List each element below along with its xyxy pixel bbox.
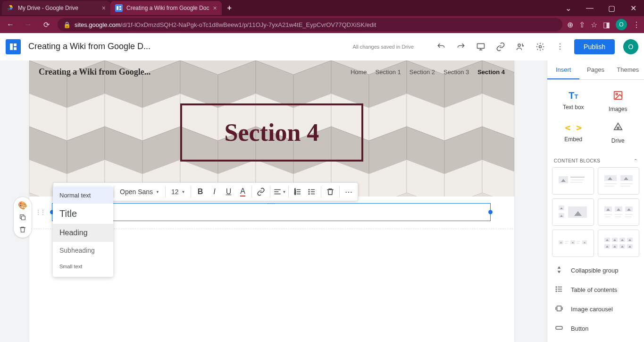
insert-carousel[interactable]: Image carousel xyxy=(547,299,644,319)
svg-rect-6 xyxy=(14,47,17,50)
font-selector[interactable]: Open Sans ▼ xyxy=(116,184,163,199)
redo-button[interactable] xyxy=(455,41,467,52)
style-option-normal[interactable]: Normal text xyxy=(53,187,113,204)
sites-favicon-icon xyxy=(115,4,123,12)
text-style-dropdown: Normal text Title Heading Subheading Sma… xyxy=(53,187,113,277)
document-title[interactable]: Creating a Wiki from Google D... xyxy=(28,42,151,51)
text-color-button[interactable]: A xyxy=(235,184,250,199)
resize-handle-right[interactable] xyxy=(488,210,493,214)
settings-button[interactable] xyxy=(535,41,546,52)
close-icon[interactable]: × xyxy=(213,4,217,12)
insert-link-button[interactable] xyxy=(254,184,268,199)
nav-item-section3[interactable]: Section 3 xyxy=(443,68,469,76)
insert-button[interactable]: Button xyxy=(547,319,644,338)
page-title-box[interactable]: Section 4 xyxy=(180,103,364,162)
drag-handle-icon[interactable]: ⋮⋮ xyxy=(35,209,45,215)
link-button[interactable] xyxy=(495,41,506,52)
maximize-button[interactable]: ▢ xyxy=(601,0,622,16)
browser-tab[interactable]: My Drive - Google Drive × xyxy=(2,1,110,15)
tab-pages[interactable]: Pages xyxy=(579,60,611,79)
duplicate-icon[interactable] xyxy=(16,211,30,223)
browser-tab[interactable]: Creating a Wiki from Google Doc × xyxy=(110,1,222,15)
content-block-1[interactable] xyxy=(552,167,594,195)
app-header: Creating a Wiki from Google D... All cha… xyxy=(0,33,644,60)
back-button[interactable]: ← xyxy=(4,18,17,31)
publish-button[interactable]: Publish xyxy=(574,39,615,54)
svg-rect-1 xyxy=(117,6,118,10)
nav-item-section1[interactable]: Section 1 xyxy=(376,68,401,76)
browser-profile-button[interactable]: O xyxy=(616,19,627,30)
align-button[interactable]: ▼ xyxy=(272,184,286,199)
delete-button[interactable] xyxy=(323,184,337,199)
content-block-2[interactable] xyxy=(598,167,640,195)
insert-images-button[interactable]: Images xyxy=(596,86,641,117)
undo-button[interactable] xyxy=(435,41,447,52)
font-size-selector[interactable]: 12 ▼ xyxy=(167,184,189,199)
tab-insert[interactable]: Insert xyxy=(547,60,579,79)
chevron-up-icon: ⌃ xyxy=(634,158,638,163)
url-host: sites.google.com xyxy=(75,21,121,28)
browser-menu-icon[interactable]: ⋮ xyxy=(633,20,640,29)
chevron-down-icon[interactable]: ⌄ xyxy=(557,0,579,16)
more-button[interactable]: ⋮ xyxy=(554,41,566,52)
lock-icon: 🔒 xyxy=(63,21,71,28)
italic-button[interactable]: I xyxy=(207,184,221,199)
svg-point-77 xyxy=(309,191,310,192)
drive-icon xyxy=(613,122,623,135)
bold-button[interactable]: B xyxy=(193,184,207,199)
new-tab-button[interactable]: + xyxy=(222,4,237,12)
site-nav: Home Section 1 Section 2 Section 3 Secti… xyxy=(351,68,505,76)
nav-item-home[interactable]: Home xyxy=(351,68,367,76)
share-icon[interactable]: ⇧ xyxy=(579,20,585,29)
style-option-subheading[interactable]: Subheading xyxy=(53,242,113,259)
svg-text:3: 3 xyxy=(295,193,296,195)
forward-button[interactable]: → xyxy=(22,18,35,31)
nav-item-section2[interactable]: Section 2 xyxy=(410,68,435,76)
insert-embed-button[interactable]: < > Embed xyxy=(551,117,596,149)
carousel-icon xyxy=(555,304,564,314)
svg-rect-0 xyxy=(115,4,123,12)
chevron-down-icon: ▼ xyxy=(182,190,185,194)
selected-text-box[interactable]: ⋮⋮ ⋯⋯ xyxy=(52,203,491,221)
reload-button[interactable]: ⟳ xyxy=(40,18,53,31)
site-title[interactable]: Creating a Wiki from Google... xyxy=(39,67,151,77)
content-block-5[interactable] xyxy=(552,230,594,257)
delete-icon[interactable] xyxy=(16,223,30,236)
share-button[interactable] xyxy=(515,41,526,52)
style-option-small[interactable]: Small text xyxy=(53,259,113,274)
more-options-button[interactable]: ⋯ xyxy=(342,184,356,199)
underline-button[interactable]: U xyxy=(221,184,235,199)
sites-logo-icon[interactable] xyxy=(6,39,21,54)
nav-item-section4[interactable]: Section 4 xyxy=(477,68,505,76)
insert-drive-button[interactable]: Drive xyxy=(596,117,641,149)
insert-textbox-button[interactable]: TT Text box xyxy=(551,86,596,117)
chevron-down-icon: ▼ xyxy=(156,190,159,194)
top-drag-icon[interactable]: ⋯⋯ xyxy=(267,202,276,206)
insert-collapsible-group[interactable]: Collapsible group xyxy=(547,261,644,280)
preview-button[interactable] xyxy=(475,41,486,52)
palette-icon[interactable]: 🎨 xyxy=(16,199,30,211)
bookmark-icon[interactable]: ☆ xyxy=(591,20,597,29)
url-input[interactable]: 🔒 sites.google.com/d/1f-lOxDmzdSQH2-NaPg… xyxy=(58,18,562,31)
numbered-list-button[interactable]: 123 xyxy=(291,184,305,199)
bulleted-list-button[interactable] xyxy=(305,184,319,199)
insert-toc[interactable]: Table of contents xyxy=(547,280,644,299)
style-option-heading[interactable]: Heading xyxy=(53,224,113,242)
tab-title: Creating a Wiki from Google Doc xyxy=(126,5,209,11)
content-blocks-header[interactable]: CONTENT BLOCKS ⌃ xyxy=(547,154,644,167)
minimize-button[interactable]: — xyxy=(579,0,601,16)
content-block-3[interactable] xyxy=(552,198,594,226)
zoom-icon[interactable]: ⊕ xyxy=(567,20,573,29)
close-window-button[interactable]: ✕ xyxy=(622,0,644,16)
user-avatar[interactable]: O xyxy=(623,39,638,54)
content-block-4[interactable] xyxy=(598,198,640,226)
sidepanel-icon[interactable]: ◨ xyxy=(603,20,610,29)
content-block-6[interactable] xyxy=(598,230,640,257)
url-path: /d/1f-lOxDmzdSQH2-NaPgk-oTc1d8wBeew1/p/1… xyxy=(121,21,376,28)
style-option-title[interactable]: Title xyxy=(53,204,113,224)
hero-section[interactable]: Creating a Wiki from Google... Home Sect… xyxy=(29,60,514,197)
svg-rect-4 xyxy=(10,43,13,50)
drive-favicon-icon xyxy=(7,4,14,12)
tab-themes[interactable]: Themes xyxy=(612,60,644,79)
close-icon[interactable]: × xyxy=(102,4,106,12)
